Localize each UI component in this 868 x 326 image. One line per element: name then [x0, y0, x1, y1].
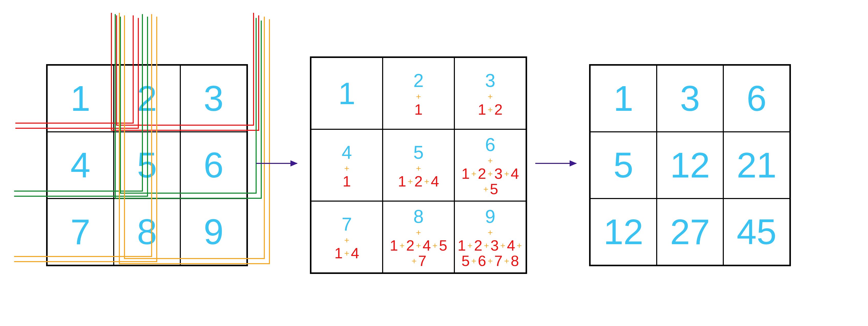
- plus-icon: +: [343, 163, 350, 173]
- grid2-adds-6: 1+ 2+ 3+ 4+ 5: [458, 166, 522, 196]
- grid1-value-7: 7: [70, 211, 90, 253]
- grid2-cell-9: 9 + 1+ 2+ 3+ 4+ 5+ 6+ 7+ 8: [454, 201, 526, 273]
- grid3-cell-3: 6: [723, 65, 790, 132]
- grid1-cell-2: 2: [114, 65, 180, 132]
- grid2-adds-8: 1+ 2+ 4+ 5+ 7: [386, 238, 451, 268]
- grid2-cell-3: 3 + 1+ 2: [454, 57, 526, 129]
- grid1-value-1: 1: [70, 78, 90, 119]
- grid2-adds-7: 1+ 4: [335, 246, 359, 261]
- plus-icon: +: [415, 91, 422, 102]
- grid1-value-8: 8: [137, 211, 157, 253]
- grid3-cell-4: 5: [590, 132, 657, 198]
- grid2-base-4: 4: [342, 142, 352, 163]
- grid2-base-3: 3: [485, 70, 495, 91]
- grid2-base-8: 8: [413, 206, 424, 227]
- grid1-cell-5: 5: [114, 132, 180, 198]
- grid1-cell-1: 1: [47, 65, 114, 132]
- grid3-cell-9: 45: [723, 198, 790, 265]
- grid-result: 1 3 6 5 12 21 12 27 45: [589, 64, 791, 266]
- grid3-value-7: 12: [603, 211, 643, 253]
- grid3-cell-6: 21: [723, 132, 790, 198]
- grid1-value-3: 3: [204, 78, 224, 119]
- grid3-cell-7: 12: [590, 198, 657, 265]
- arrow-1: [256, 163, 297, 164]
- grid2-adds-2: 1: [414, 102, 423, 117]
- grid3-value-8: 27: [670, 211, 710, 253]
- grid2-base-7: 7: [342, 214, 352, 235]
- grid2-adds-9: 1+ 2+ 3+ 4+ 5+ 6+ 7+ 8: [457, 238, 524, 268]
- grid3-cell-2: 3: [657, 65, 723, 132]
- grid3-value-5: 12: [670, 144, 710, 186]
- plus-icon: +: [487, 227, 494, 238]
- grid2-cell-8: 8 + 1+ 2+ 4+ 5+ 7: [383, 201, 454, 273]
- grid1-cell-3: 3: [180, 65, 247, 132]
- grid2-cell-5: 5 + 1+ 2+ 4: [383, 129, 454, 201]
- grid1-value-2: 2: [137, 78, 157, 119]
- grid1-cell-9: 9: [180, 198, 247, 265]
- grid1-cell-6: 6: [180, 132, 247, 198]
- plus-icon: +: [415, 227, 422, 238]
- grid3-value-1: 1: [613, 78, 633, 119]
- plus-icon: +: [487, 156, 494, 166]
- grid2-cell-2: 2 + 1: [383, 57, 454, 129]
- plus-icon: +: [487, 91, 494, 102]
- grid1-value-6: 6: [204, 144, 224, 186]
- grid3-cell-5: 12: [657, 132, 723, 198]
- grid2-adds-3: 1+ 2: [478, 102, 502, 117]
- grid1-cell-4: 4: [47, 132, 114, 198]
- grid2-base-5: 5: [413, 142, 424, 163]
- grid3-value-2: 3: [680, 78, 700, 119]
- grid1-cell-7: 7: [47, 198, 114, 265]
- grid-expanded: 1 2 + 1 3 + 1+ 2 4 + 1 5: [310, 56, 527, 274]
- grid1-value-5: 5: [137, 144, 157, 186]
- grid3-cell-8: 27: [657, 198, 723, 265]
- grid2-base-6: 6: [485, 134, 495, 155]
- grid1-value-4: 4: [70, 144, 90, 186]
- grid3-value-4: 5: [613, 144, 633, 186]
- grid3-value-6: 21: [737, 144, 777, 186]
- plus-icon: +: [415, 163, 422, 173]
- grid2-cell-1: 1: [311, 57, 383, 129]
- grid2-cell-6: 6 + 1+ 2+ 3+ 4+ 5: [454, 129, 526, 201]
- grid2-base-9: 9: [485, 206, 495, 227]
- grid1-value-9: 9: [204, 211, 224, 253]
- grid2-adds-4: 1: [343, 174, 351, 189]
- grid2-base-2: 2: [413, 70, 424, 91]
- grid2-cell-7: 7 + 1+ 4: [311, 201, 383, 273]
- grid2-base-1: 1: [338, 76, 355, 111]
- grid2-adds-5: 1+ 2+ 4: [398, 174, 439, 189]
- arrow-2: [535, 163, 576, 164]
- grid1-cell-8: 8: [114, 198, 180, 265]
- grid-input: 1 2 3 4 5 6 7 8 9: [46, 64, 248, 266]
- grid3-cell-1: 1: [590, 65, 657, 132]
- grid2-cell-4: 4 + 1: [311, 129, 383, 201]
- grid3-value-3: 6: [747, 78, 767, 119]
- plus-icon: +: [343, 235, 350, 245]
- grid3-value-9: 45: [737, 211, 777, 253]
